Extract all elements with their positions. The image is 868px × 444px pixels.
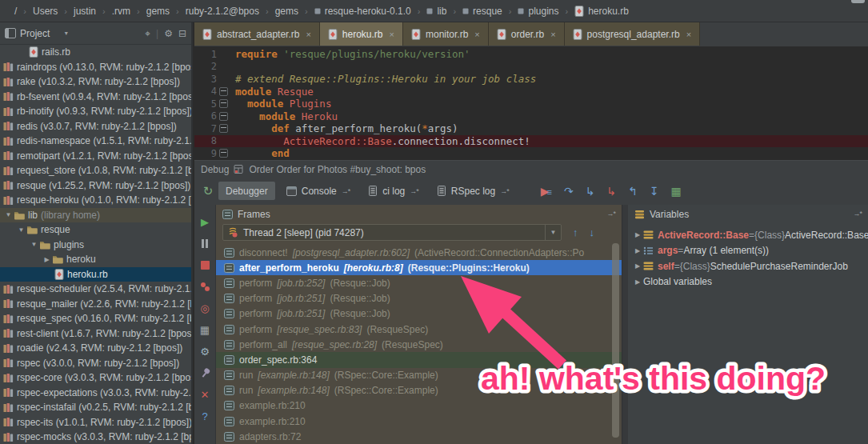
tree-item[interactable]: ▶heroku [0, 252, 191, 267]
tree-item[interactable]: rest-client (v1.6.7, RVM: ruby-2.1.2 [bp… [0, 326, 191, 342]
resume-icon[interactable]: ▶ [194, 211, 215, 233]
rerun-icon[interactable]: ↻ [198, 184, 218, 198]
line-number[interactable]: 1 [194, 49, 217, 60]
chevron-right-icon[interactable]: ▶ [632, 231, 643, 238]
evaluate-table-icon[interactable]: ▦ [671, 186, 682, 197]
float-window-icon[interactable]: →* [606, 210, 615, 218]
run-to-cursor-icon[interactable]: ↧ [650, 186, 659, 197]
tree-item[interactable]: heroku.rb [0, 267, 191, 282]
tree-item[interactable]: redis-namespace (v1.5.1, RVM: ruby-2.1.2… [0, 134, 191, 149]
stack-frame-row[interactable]: perform[resque_spec.rb:83](ResqueSpec) [216, 322, 622, 337]
close-icon[interactable]: × [550, 30, 555, 39]
show-execution-point-icon[interactable]: ▶≡ [541, 186, 552, 197]
tree-item[interactable]: request_store (v1.0.8, RVM: ruby-2.1.2 [… [0, 163, 191, 178]
chevron-down-icon[interactable]: ▼ [16, 226, 26, 234]
float-window-icon[interactable]: →* [410, 187, 418, 195]
stack-frame-row[interactable]: run[example.rb:148](RSpec::Core::Example… [216, 368, 622, 383]
tab-Console[interactable]: Console→* [279, 182, 358, 200]
frame-down-icon[interactable]: ↓ [590, 226, 595, 238]
tree-item[interactable]: remotipart (v1.2.1, RVM: ruby-2.1.2 [bpo… [0, 149, 191, 164]
force-step-into-icon[interactable]: ↳ [606, 186, 616, 197]
close-icon[interactable]: ✕ [194, 384, 215, 406]
fold-marker-icon[interactable] [217, 112, 230, 121]
float-window-icon[interactable]: →* [500, 187, 509, 195]
tree-item[interactable]: raindrops (v0.13.0, RVM: ruby-2.1.2 [bpo… [0, 60, 191, 75]
stack-frame-row[interactable]: perform[job.rb:251](Resque::Job) [216, 306, 622, 322]
line-number[interactable]: 7 [194, 123, 217, 134]
stack-frame-row[interactable]: example.rb:210 [216, 414, 622, 429]
variable-row[interactable]: ▶args = Array (1 element(s)) [628, 243, 868, 259]
stack-frame-row[interactable]: order_spec.rb:364 [216, 352, 622, 367]
chevron-right-icon[interactable]: ▶ [632, 262, 643, 270]
tree-item[interactable]: rb-fsevent (v0.9.4, RVM: ruby-2.1.2 [bpo… [0, 90, 191, 105]
line-number[interactable]: 5 [194, 98, 217, 110]
tree-item[interactable]: ▼lib(library home) [0, 208, 191, 223]
locate-icon[interactable]: ⌖ [145, 28, 150, 39]
close-icon[interactable]: × [474, 30, 479, 39]
tree-item[interactable]: redis (v3.0.7, RVM: ruby-2.1.2 [bpos]) [0, 119, 191, 134]
tab-order-rb[interactable]: order.rb× [489, 22, 565, 46]
breadcrumb-item[interactable]: ruby-2.1.2@bpos [186, 6, 259, 17]
line-number[interactable]: 4 [194, 86, 217, 97]
settings-icon[interactable]: ⚙ [194, 341, 215, 362]
tree-item[interactable]: resque_mailer (v2.2.6, RVM: ruby-2.1.2 [… [0, 297, 191, 312]
float-window-icon[interactable]: →* [853, 210, 862, 218]
tab-monitor-rb[interactable]: monitor.rb× [403, 22, 489, 46]
line-number[interactable]: 6 [194, 110, 217, 122]
tree-item[interactable]: rspec-core (v3.0.3, RVM: ruby-2.1.2 [bpo… [0, 370, 191, 386]
tree-item[interactable]: resque (v1.25.2, RVM: ruby-2.1.2 [bpos]) [0, 178, 191, 194]
tree-item[interactable]: resque_spec (v0.16.0, RVM: ruby-2.1.2 [b… [0, 311, 191, 326]
chevron-down-icon[interactable]: ▼ [29, 241, 39, 248]
close-icon[interactable]: × [390, 30, 394, 39]
line-number[interactable]: 9 [194, 148, 217, 159]
variable-row[interactable]: ▶ActiveRecord::Base = {Class} ActiveReco… [628, 227, 868, 243]
breadcrumb-item[interactable]: Users [33, 6, 58, 17]
fold-marker-icon[interactable] [217, 149, 230, 158]
tab-postgresql_adapter-rb[interactable]: postgresql_adapter.rb× [565, 22, 701, 46]
tab-abstract_adapter-rb[interactable]: abstract_adapter.rb× [194, 22, 320, 46]
tree-item[interactable]: rb-inotify (v0.9.3, RVM: ruby-2.1.2 [bpo… [0, 104, 191, 119]
stack-frame-row[interactable]: perform[job.rb:252](Resque::Job) [216, 275, 622, 290]
view-breakpoints-icon[interactable] [194, 276, 215, 298]
tree-item[interactable]: rake (v10.3.2, RVM: ruby-2.1.2 [bpos]) [0, 74, 191, 90]
step-out-icon[interactable]: ↰ [628, 186, 638, 197]
chevron-right-icon[interactable]: ▶ [632, 247, 643, 254]
tree-item[interactable]: roadie (v2.4.3, RVM: ruby-2.1.2 [bpos]) [0, 341, 191, 356]
chevron-right-icon[interactable]: ▶ [632, 278, 643, 286]
stack-frame-row[interactable]: after_perform_heroku[heroku.rb:8](Resque… [216, 260, 622, 275]
fold-marker-icon[interactable] [217, 99, 230, 108]
tab-ci-log[interactable]: ci log→* [361, 182, 426, 200]
close-icon[interactable]: × [306, 30, 310, 39]
pin-icon[interactable] [194, 362, 215, 384]
close-icon[interactable]: × [686, 30, 691, 39]
tab-heroku-rb[interactable]: heroku.rb× [320, 22, 403, 46]
tree-item[interactable]: rspec-its (v1.0.1, RVM: ruby-2.1.2 [bpos… [0, 415, 191, 430]
chevron-right-icon[interactable]: ▶ [42, 256, 52, 263]
gear-icon[interactable]: ⚙ [164, 28, 173, 39]
stack-frame-row[interactable]: example.rb:210 [216, 398, 622, 414]
tree-item[interactable]: rails.rb [0, 45, 191, 60]
combo-arrow-icon[interactable]: ▼ [545, 225, 561, 240]
breadcrumb-item[interactable]: gems [146, 6, 170, 17]
tree-item[interactable]: resque-scheduler (v2.5.4, RVM: ruby-2.1.… [0, 282, 191, 297]
chevron-down-icon[interactable]: ▾ [61, 30, 71, 37]
breadcrumb-item[interactable]: justin [74, 6, 96, 17]
tab-RSpec-log[interactable]: RSpec log→* [430, 182, 516, 200]
chevron-down-icon[interactable]: ▼ [3, 211, 14, 218]
thread-selector[interactable]: Thread 2 [sleep] (pid 74287) ▼ [222, 224, 562, 241]
fold-marker-icon[interactable] [217, 124, 230, 133]
step-into-icon[interactable]: ↳ [586, 186, 595, 197]
help-icon[interactable]: ? [194, 406, 215, 427]
tree-item[interactable]: rspec-mocks (v3.0.3, RVM: ruby-2.1.2 [bp… [0, 430, 191, 444]
fold-marker-icon[interactable] [217, 87, 230, 96]
step-over-icon[interactable]: ↷ [564, 186, 574, 197]
tree-item[interactable]: rspec-expectations (v3.0.3, RVM: ruby-2.… [0, 386, 191, 401]
mute-breakpoints-icon[interactable]: ◎ [194, 298, 215, 319]
stack-frame-row[interactable]: disconnect![postgresql_adapter.rb:602](A… [216, 245, 622, 260]
stop-icon[interactable] [194, 254, 215, 276]
line-number[interactable]: 8 [194, 135, 217, 146]
restore-layout-icon[interactable]: ▦ [194, 319, 215, 341]
variable-row[interactable]: ▶Global variables [628, 274, 868, 290]
line-number[interactable]: 3 [194, 74, 217, 85]
breadcrumb-item[interactable]: lib [426, 6, 446, 17]
